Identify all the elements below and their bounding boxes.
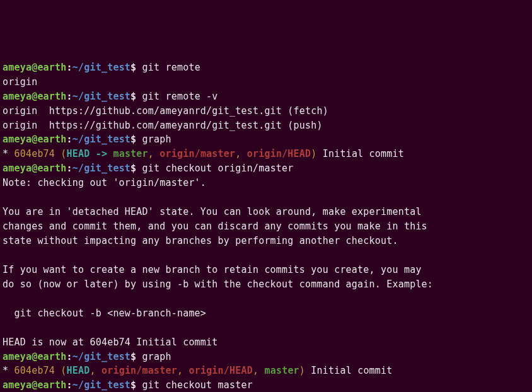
head-label: HEAD -> bbox=[67, 148, 113, 159]
remote-ref: origin/HEAD bbox=[188, 365, 253, 376]
command-text[interactable]: graph bbox=[142, 134, 171, 145]
prompt-user: ameya bbox=[3, 134, 32, 145]
commit-message: Initial commit bbox=[305, 365, 392, 376]
output-text: git checkout -b <new-branch-name> bbox=[3, 308, 206, 319]
prompt-at: @ bbox=[32, 379, 37, 391]
prompt-colon: : bbox=[67, 163, 72, 174]
prompt-colon: : bbox=[67, 91, 72, 102]
prompt-dollar: $ bbox=[130, 163, 142, 174]
terminal[interactable]: ameya@earth:~/git_test$ git remoteorigin… bbox=[3, 61, 529, 392]
remote-ref: origin/master bbox=[101, 365, 177, 376]
output-line: do so (now or later) by using -b with th… bbox=[3, 277, 529, 292]
graph-bullet: * bbox=[3, 148, 14, 159]
output-line: changes and commit them, and you can dis… bbox=[3, 219, 529, 234]
prompt-line: ameya@earth:~/git_test$ graph bbox=[3, 132, 529, 147]
output-text: do so (now or later) by using -b with th… bbox=[3, 279, 433, 290]
comma: , bbox=[177, 365, 188, 376]
prompt-host: earth bbox=[37, 351, 66, 362]
prompt-path: ~/git_test bbox=[72, 91, 130, 102]
comma: , bbox=[253, 365, 264, 376]
prompt-host: earth bbox=[37, 91, 66, 102]
prompt-host: earth bbox=[37, 134, 66, 145]
prompt-line: ameya@earth:~/git_test$ git checkout mas… bbox=[3, 378, 529, 392]
output-line: Note: checking out 'origin/master'. bbox=[3, 176, 529, 190]
prompt-at: @ bbox=[32, 134, 37, 145]
prompt-colon: : bbox=[67, 351, 72, 362]
prompt-colon: : bbox=[67, 379, 72, 391]
prompt-line: ameya@earth:~/git_test$ git checkout ori… bbox=[3, 161, 529, 176]
output-line bbox=[3, 292, 529, 306]
comma: , bbox=[90, 365, 101, 376]
output-line bbox=[3, 321, 529, 335]
command-text[interactable]: git remote bbox=[142, 62, 200, 73]
paren-close: ) bbox=[311, 148, 316, 159]
prompt-path: ~/git_test bbox=[72, 351, 130, 362]
prompt-line: ameya@earth:~/git_test$ graph bbox=[3, 350, 529, 364]
remote-ref: origin/master bbox=[159, 148, 235, 159]
prompt-at: @ bbox=[32, 163, 37, 174]
output-text: Note: checking out 'origin/master'. bbox=[3, 177, 206, 188]
output-line: origin https://github.com/ameyanrd/git_t… bbox=[3, 118, 529, 133]
commit-hash: 604eb74 bbox=[14, 365, 55, 376]
output-line: origin bbox=[3, 75, 529, 89]
prompt-colon: : bbox=[67, 134, 72, 145]
prompt-user: ameya bbox=[3, 163, 32, 174]
head-label: HEAD bbox=[67, 365, 90, 376]
prompt-dollar: $ bbox=[130, 62, 142, 73]
prompt-path: ~/git_test bbox=[72, 134, 130, 145]
prompt-dollar: $ bbox=[130, 134, 142, 145]
prompt-user: ameya bbox=[3, 379, 32, 391]
git-graph-line: * 604eb74 (HEAD, origin/master, origin/H… bbox=[3, 364, 529, 378]
command-text[interactable]: git checkout master bbox=[142, 379, 253, 391]
prompt-line: ameya@earth:~/git_test$ git remote -v bbox=[3, 89, 529, 104]
prompt-dollar: $ bbox=[130, 91, 142, 102]
prompt-at: @ bbox=[32, 91, 37, 102]
output-line: If you want to create a new branch to re… bbox=[3, 263, 529, 277]
git-graph-line: * 604eb74 (HEAD -> master, origin/master… bbox=[3, 147, 529, 161]
comma: , bbox=[235, 148, 246, 159]
output-line: HEAD is now at 604eb74 Initial commit bbox=[3, 335, 529, 350]
branch-name: master bbox=[264, 365, 299, 376]
output-line bbox=[3, 248, 529, 263]
output-text bbox=[3, 250, 8, 261]
paren-open: ( bbox=[55, 148, 66, 159]
paren-open: ( bbox=[55, 365, 66, 376]
prompt-colon: : bbox=[67, 62, 72, 73]
prompt-host: earth bbox=[37, 163, 66, 174]
command-text[interactable]: git remote -v bbox=[142, 91, 218, 102]
prompt-user: ameya bbox=[3, 62, 32, 73]
output-line: git checkout -b <new-branch-name> bbox=[3, 306, 529, 321]
output-text bbox=[3, 322, 8, 333]
remote-ref: origin/HEAD bbox=[247, 148, 311, 159]
output-text: If you want to create a new branch to re… bbox=[3, 264, 422, 275]
paren-close: ) bbox=[299, 365, 305, 376]
output-text: changes and commit them, and you can dis… bbox=[3, 221, 427, 232]
output-text: origin https://github.com/ameyanrd/git_t… bbox=[3, 105, 328, 117]
prompt-path: ~/git_test bbox=[72, 379, 130, 391]
prompt-dollar: $ bbox=[130, 351, 142, 362]
prompt-host: earth bbox=[37, 379, 66, 391]
output-line: origin https://github.com/ameyanrd/git_t… bbox=[3, 104, 529, 118]
output-text: origin bbox=[3, 76, 37, 88]
comma: , bbox=[148, 148, 159, 159]
output-text: origin https://github.com/ameyanrd/git_t… bbox=[3, 120, 323, 131]
branch-name: master bbox=[113, 148, 147, 159]
graph-bullet: * bbox=[3, 365, 14, 376]
commit-message: Initial commit bbox=[317, 148, 404, 159]
output-text bbox=[3, 293, 8, 304]
prompt-at: @ bbox=[32, 62, 37, 73]
prompt-user: ameya bbox=[3, 351, 32, 362]
output-line: state without impacting any branches by … bbox=[3, 234, 529, 248]
prompt-user: ameya bbox=[3, 91, 32, 102]
output-line: You are in 'detached HEAD' state. You ca… bbox=[3, 205, 529, 219]
output-text: HEAD is now at 604eb74 Initial commit bbox=[3, 337, 218, 348]
prompt-dollar: $ bbox=[130, 379, 142, 391]
command-text[interactable]: git checkout origin/master bbox=[142, 163, 294, 174]
prompt-host: earth bbox=[37, 62, 66, 73]
output-text: You are in 'detached HEAD' state. You ca… bbox=[3, 206, 422, 217]
output-text: state without impacting any branches by … bbox=[3, 235, 398, 246]
command-text[interactable]: graph bbox=[142, 351, 171, 362]
prompt-line: ameya@earth:~/git_test$ git remote bbox=[3, 61, 529, 75]
commit-hash: 604eb74 bbox=[14, 148, 55, 159]
output-text bbox=[3, 192, 8, 203]
